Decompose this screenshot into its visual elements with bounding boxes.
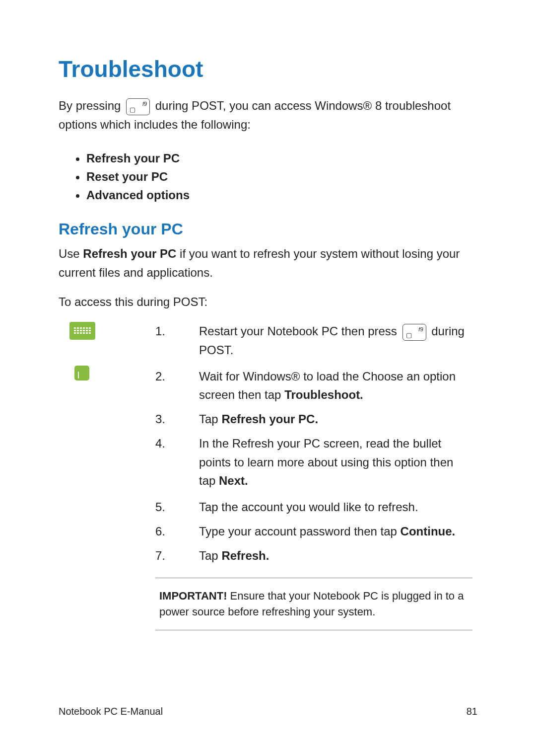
step-item: 2. Wait for Windows® to load the Choose … (155, 367, 472, 404)
step-number: 2. (155, 367, 175, 385)
text: Use (59, 247, 83, 260)
step-number: 1. (155, 322, 175, 340)
bold-text: Continue. (401, 525, 456, 538)
options-list: Refresh your PC Reset your PC Advanced o… (86, 149, 477, 205)
step-text: Tap (199, 412, 221, 426)
step-number: 4. (155, 434, 175, 453)
intro-text-before: By pressing (59, 99, 124, 112)
step-item: 4. In the Refresh your PC screen, read t… (155, 434, 472, 490)
step-text: Restart your Notebook PC then press (199, 324, 401, 338)
keyboard-icon (69, 322, 95, 340)
step-text: Type your account password then tap (199, 525, 401, 538)
page-footer: Notebook PC E-Manual 81 (59, 706, 477, 717)
f9-key-icon: f9 ▢ (402, 324, 426, 341)
step-number: 5. (155, 498, 175, 516)
list-item: Reset your PC (86, 167, 477, 186)
touch-icon (74, 366, 89, 380)
step-item: 3. Tap Refresh your PC. (155, 410, 472, 428)
step-number: 6. (155, 522, 175, 540)
key-label: f9 (142, 100, 147, 108)
icon-column (69, 322, 99, 380)
f9-key-icon: f9 ▢ (126, 98, 150, 115)
access-line: To access this during POST: (59, 293, 477, 311)
steps-container: 1. Restart your Notebook PC then press f… (59, 322, 477, 630)
note-label: IMPORTANT! (159, 590, 227, 602)
bold-text: Troubleshoot. (284, 388, 363, 401)
step-number: 7. (155, 546, 175, 565)
step-number: 3. (155, 410, 175, 428)
refresh-description: Use Refresh your PC if you want to refre… (59, 244, 477, 281)
key-glyph-icon: ▢ (406, 332, 412, 338)
key-glyph-icon: ▢ (130, 106, 135, 113)
step-item: 7. Tap Refresh. (155, 546, 472, 565)
step-text: Tap (199, 549, 221, 562)
page-title: Troubleshoot (59, 56, 477, 82)
page-number: 81 (467, 706, 477, 717)
step-item: 1. Restart your Notebook PC then press f… (155, 322, 472, 359)
important-note: IMPORTANT! Ensure that your Notebook PC … (155, 578, 472, 630)
section-heading: Refresh your PC (59, 220, 477, 238)
step-item: 5. Tap the account you would like to ref… (155, 498, 472, 516)
page-content: Troubleshoot By pressing f9 ▢ during POS… (0, 0, 536, 630)
bold-text: Refresh your PC. (221, 412, 318, 426)
numbered-steps: 1. Restart your Notebook PC then press f… (155, 322, 477, 565)
footer-title: Notebook PC E-Manual (59, 706, 163, 717)
key-label: f9 (418, 325, 423, 334)
bold-text: Refresh your PC (83, 247, 176, 260)
list-item: Advanced options (86, 186, 477, 204)
step-item: 6. Type your account password then tap C… (155, 522, 472, 540)
bold-text: Next. (219, 474, 248, 487)
list-item: Refresh your PC (86, 149, 477, 167)
intro-paragraph: By pressing f9 ▢ during POST, you can ac… (59, 96, 477, 134)
bold-text: Refresh. (221, 549, 269, 562)
step-text: Tap the account you would like to refres… (199, 500, 418, 514)
